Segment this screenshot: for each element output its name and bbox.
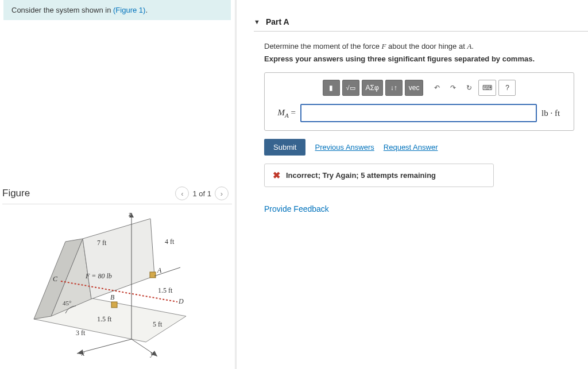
prompt-prefix: Consider the system shown in [11, 6, 113, 14]
axis-z-label: z [129, 210, 131, 219]
axis-y-label: y [150, 349, 153, 358]
svg-rect-4 [150, 272, 156, 278]
dim-3ft: 3 ft [76, 329, 85, 337]
incorrect-icon: ✖ [273, 170, 280, 181]
figure-canvas: z y x 7 ft 4 ft F = 80 lb C A B D 1.5 ft… [8, 210, 226, 359]
part-header[interactable]: ▼ Part A [237, 0, 588, 31]
instruction-text: Express your answers using three signifi… [264, 55, 571, 63]
figure-rule [2, 204, 232, 204]
svg-marker-3 [83, 219, 154, 299]
angle-label: 45° [63, 300, 71, 306]
help-button[interactable]: ? [498, 80, 516, 96]
equation-toolbar: ▮ √▭ ΑΣφ ↓↑ vec ↶ ↷ ↻ ⌨ ? [273, 80, 566, 96]
radical-tool-button[interactable]: √▭ [342, 80, 359, 96]
feedback-text: Incorrect; Try Again; 5 attempts remaini… [286, 171, 436, 180]
undo-button[interactable]: ↶ [430, 80, 444, 96]
question-text: Determine the moment of the force F abou… [264, 42, 571, 51]
dim-1.5ft-lower: 1.5 ft [97, 315, 111, 324]
keyboard-button[interactable]: ⌨ [478, 80, 496, 96]
prev-figure-button[interactable]: ‹ [175, 187, 189, 200]
force-label: F = 80 lb [86, 272, 112, 281]
point-c-label: C [53, 275, 57, 283]
point-b-label: B [110, 293, 114, 302]
submit-row: Submit Previous Answers Request Answer [264, 139, 571, 156]
vector-tool-button[interactable]: vec [405, 80, 424, 96]
dim-7ft: 7 ft [97, 239, 106, 247]
problem-prompt: Consider the system shown in (Figure 1). [3, 0, 231, 20]
greek-tool-button[interactable]: ΑΣφ [362, 80, 383, 96]
part-title: Part A [266, 17, 289, 26]
subscript-tool-button[interactable]: ↓↑ [385, 80, 403, 96]
pager-text: 1 of 1 [192, 189, 211, 198]
axis-x-label: x [82, 349, 84, 358]
figure-link[interactable]: (Figure 1) [113, 6, 145, 14]
answer-input[interactable] [300, 104, 537, 122]
dim-5ft: 5 ft [153, 320, 162, 329]
request-answer-link[interactable]: Request Answer [384, 143, 438, 152]
variable-label: MA = [273, 108, 296, 119]
units-label: lb · ft [541, 108, 566, 118]
dim-4ft: 4 ft [165, 238, 174, 246]
svg-rect-5 [111, 302, 117, 308]
answer-input-row: MA = lb · ft [273, 104, 566, 122]
fraction-tool-button[interactable]: ▮ [323, 80, 340, 96]
feedback-box: ✖ Incorrect; Try Again; 5 attempts remai… [264, 164, 494, 187]
figure-svg [8, 210, 226, 359]
question-body: Determine the moment of the force F abou… [237, 32, 588, 213]
dim-1.5ft-upper: 1.5 ft [158, 286, 172, 295]
redo-button[interactable]: ↷ [446, 80, 460, 96]
next-figure-button[interactable]: › [215, 187, 229, 200]
submit-button[interactable]: Submit [264, 139, 305, 156]
answer-box: ▮ √▭ ΑΣφ ↓↑ vec ↶ ↷ ↻ ⌨ ? MA = lb · ft [264, 72, 574, 131]
figure-title: Figure [2, 188, 30, 199]
reset-button[interactable]: ↻ [462, 80, 476, 96]
point-a-label: A [157, 266, 161, 275]
collapse-caret-icon: ▼ [254, 18, 260, 25]
svg-line-11 [77, 339, 131, 354]
provide-feedback-link[interactable]: Provide Feedback [264, 204, 571, 213]
prompt-suffix: . [145, 6, 148, 14]
previous-answers-link[interactable]: Previous Answers [315, 143, 374, 152]
figure-header: Figure ‹ 1 of 1 › [0, 187, 234, 204]
point-d-label: D [179, 297, 184, 306]
figure-pager: ‹ 1 of 1 › [175, 187, 229, 200]
